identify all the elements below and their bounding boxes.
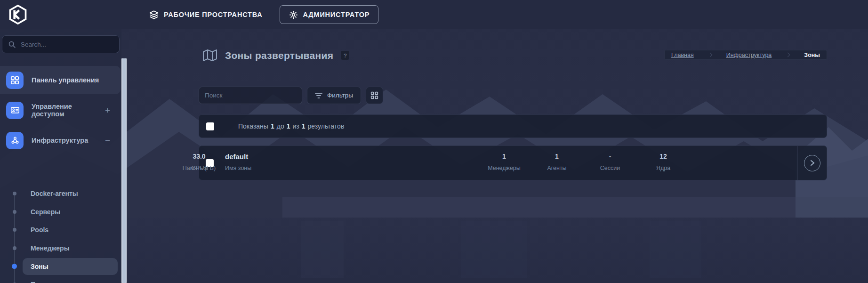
- workspaces-button[interactable]: РАБОЧИЕ ПРОСТРАНСТВА: [140, 5, 271, 24]
- grid-icon: [370, 91, 378, 99]
- sidebar-item-access-management[interactable]: Управление доступом +: [0, 96, 121, 124]
- sidebar-item-infrastructure[interactable]: Инфраструктура −: [0, 126, 121, 154]
- sidebar-item-label: Управление доступом: [32, 103, 105, 118]
- zone-name-label: Имя зоны: [225, 165, 251, 171]
- active-bullet-dot-icon: [12, 264, 17, 269]
- id-card-icon: [6, 102, 24, 119]
- stat-memory: 33.0 Память (ГБ): [183, 153, 216, 171]
- sidebar-item-label: Инфраструктура: [32, 137, 88, 144]
- breadcrumb: Главная Инфраструктура Зоны: [664, 50, 827, 60]
- subitem-label: Docker-агенты: [31, 190, 78, 197]
- table-search-box: [199, 87, 302, 104]
- stat-value: 1: [488, 153, 521, 160]
- table-search-input[interactable]: [205, 92, 296, 99]
- dashboard-icon: [6, 72, 24, 89]
- zone-name-value: default: [225, 153, 251, 161]
- bullet-dot-icon: [13, 192, 16, 195]
- chevron-right-icon: [707, 53, 712, 57]
- results-to: 1: [287, 122, 290, 130]
- sidebar-search-box: [2, 35, 120, 53]
- breadcrumb-infrastructure-link[interactable]: Инфраструктура: [726, 52, 772, 58]
- zone-name-column: default Имя зоны: [225, 153, 251, 171]
- map-icon: [202, 49, 217, 62]
- results-summary-bar: Показаны 1 до 1 из 1 результатов: [199, 114, 827, 138]
- results-word-to: до: [277, 122, 284, 130]
- sidebar-item-label: Панель управления: [32, 76, 99, 84]
- search-icon: [8, 40, 16, 49]
- sidebar: Панель управления Управление доступом + …: [0, 29, 121, 283]
- results-word-of: из: [292, 122, 299, 130]
- breadcrumb-home-link[interactable]: Главная: [671, 52, 694, 58]
- subitem-label: Зоны: [31, 263, 48, 270]
- sidebar-item-dashboard[interactable]: Панель управления: [0, 66, 121, 94]
- open-zone-button[interactable]: [804, 155, 820, 171]
- collapse-minus-icon[interactable]: −: [105, 136, 110, 145]
- stat-cores: 12 Ядра: [656, 153, 670, 171]
- infrastructure-submenu: Docker-агенты Серверы Pools Менеджеры Зо…: [0, 185, 121, 283]
- gear-icon: [289, 10, 298, 20]
- sidebar-search-input[interactable]: [21, 41, 113, 48]
- stat-managers: 1 Менеджеры: [488, 153, 521, 171]
- stat-value: -: [600, 153, 620, 160]
- scrollbar-thumb[interactable]: [122, 58, 126, 283]
- chevron-right-icon: [786, 53, 790, 57]
- subitem-label: Прокси-соединение: [31, 281, 96, 283]
- sidebar-subitem-docker-agents[interactable]: Docker-агенты: [0, 185, 121, 203]
- page-title: Зоны развертывания: [225, 50, 333, 61]
- subitem-label: Серверы: [31, 208, 60, 216]
- zone-table-row[interactable]: default Имя зоны 1 Менеджеры 1 Агенты - …: [199, 146, 827, 180]
- results-suffix: результатов: [308, 122, 345, 130]
- top-bar: РАБОЧИЕ ПРОСТРАНСТВА АДМИНИСТРАТОР: [0, 0, 868, 29]
- sidebar-subitem-pools[interactable]: Pools: [0, 221, 121, 239]
- sidebar-scrollbar[interactable]: [121, 58, 127, 283]
- grid-view-button[interactable]: [366, 87, 383, 104]
- breadcrumb-current: Зоны: [804, 52, 820, 58]
- stat-label: Агенты: [547, 165, 566, 171]
- logo-hexagon-icon: [10, 6, 26, 24]
- filters-label: Фильтры: [327, 92, 353, 99]
- stat-value: 12: [656, 153, 670, 160]
- filters-button[interactable]: Фильтры: [307, 87, 361, 104]
- subitem-label: Менеджеры: [31, 244, 70, 252]
- bullet-dot-icon: [13, 246, 16, 250]
- nodes-icon: [6, 132, 24, 149]
- stat-label: Ядра: [656, 165, 670, 171]
- sidebar-subitem-servers[interactable]: Серверы: [0, 203, 121, 221]
- help-badge[interactable]: ?: [341, 51, 349, 60]
- sidebar-subitem-proxy-connection[interactable]: Прокси-соединение: [0, 275, 121, 283]
- stat-sessions: - Сессии: [600, 153, 620, 171]
- bullet-dot-icon: [13, 210, 16, 214]
- results-prefix: Показаны: [238, 122, 268, 130]
- workspaces-label: РАБОЧИЕ ПРОСТРАНСТВА: [164, 11, 263, 18]
- sidebar-subitem-managers[interactable]: Менеджеры: [0, 239, 121, 258]
- stat-label: Память (ГБ): [183, 165, 216, 171]
- select-all-checkbox[interactable]: [206, 122, 214, 130]
- results-total: 1: [302, 122, 305, 130]
- stat-label: Менеджеры: [488, 165, 521, 171]
- results-summary-text: Показаны 1 до 1 из 1 результатов: [238, 122, 344, 130]
- stat-value: 33.0: [183, 153, 216, 160]
- stat-label: Сессии: [600, 165, 620, 171]
- expand-plus-icon[interactable]: +: [105, 106, 110, 115]
- administrator-button[interactable]: АДМИНИСТРАТОР: [280, 5, 379, 24]
- layers-icon: [149, 9, 159, 20]
- logo-k-icon: [15, 10, 19, 19]
- app-logo[interactable]: [7, 4, 29, 25]
- main-content: Зоны развертывания ? Главная Инфраструкт…: [126, 29, 868, 283]
- bullet-dot-icon: [13, 228, 16, 232]
- sidebar-subitem-zones[interactable]: Зоны: [23, 258, 118, 275]
- results-from: 1: [271, 122, 274, 130]
- stat-value: 1: [547, 153, 566, 160]
- row-actions-cell: [797, 146, 827, 180]
- stat-agents: 1 Агенты: [547, 153, 566, 171]
- filter-icon: [315, 92, 322, 99]
- administrator-label: АДМИНИСТРАТОР: [303, 11, 370, 18]
- subitem-label: Pools: [31, 226, 48, 234]
- toolbar: Фильтры: [199, 87, 383, 104]
- chevron-right-icon: [810, 160, 815, 166]
